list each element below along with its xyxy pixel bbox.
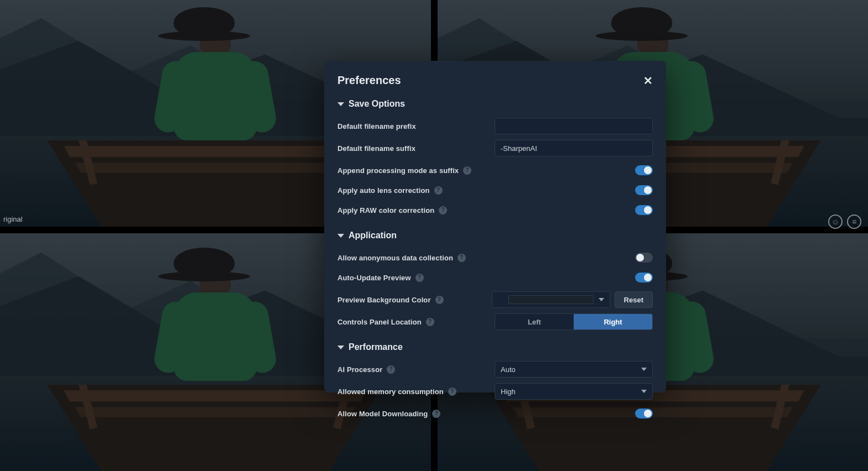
- section-title: Performance: [349, 342, 403, 352]
- chevron-down-icon: [599, 298, 604, 301]
- raw-correction-label: Apply RAW color correction: [337, 206, 434, 214]
- select-value: High: [501, 388, 516, 396]
- append-mode-label: Append processing mode as suffix: [337, 166, 459, 175]
- anon-data-label: Allow anonymous data collection: [337, 254, 453, 262]
- prefix-label: Default filename prefix: [337, 122, 416, 130]
- select-value: Auto: [501, 365, 516, 374]
- help-icon[interactable]: ?: [435, 296, 444, 304]
- panel-location-label: Controls Panel Location: [337, 318, 422, 326]
- panel-location-segment: Left Right: [495, 313, 653, 330]
- tile-label-original: riginal: [3, 215, 23, 223]
- bg-color-label: Preview Background Color: [337, 296, 431, 304]
- color-swatch: [508, 295, 594, 304]
- compare-icon[interactable]: ≡: [847, 214, 861, 229]
- face-icon[interactable]: ☺: [828, 214, 843, 229]
- raw-correction-toggle[interactable]: [635, 205, 653, 215]
- help-icon[interactable]: ?: [387, 365, 395, 374]
- help-icon[interactable]: ?: [439, 206, 447, 214]
- append-mode-toggle[interactable]: [635, 165, 653, 175]
- help-icon[interactable]: ?: [434, 186, 443, 195]
- bg-color-picker[interactable]: [492, 291, 610, 308]
- chevron-down-icon: [641, 390, 647, 393]
- chevron-down-icon: [337, 234, 344, 238]
- section-title: Application: [349, 231, 397, 240]
- help-icon[interactable]: ?: [463, 166, 471, 175]
- section-header-performance[interactable]: Performance: [337, 342, 653, 352]
- help-icon[interactable]: ?: [458, 254, 466, 262]
- chevron-down-icon: [337, 346, 344, 349]
- close-button[interactable]: ✕: [643, 75, 653, 86]
- dialog-title: Preferences: [337, 74, 401, 87]
- suffix-input[interactable]: [495, 140, 653, 156]
- lens-correction-toggle[interactable]: [635, 185, 653, 195]
- ai-processor-select[interactable]: Auto: [495, 361, 653, 378]
- chevron-down-icon: [337, 102, 344, 106]
- close-icon: ✕: [643, 75, 653, 87]
- memory-label: Allowed memory consumption: [337, 388, 444, 396]
- suffix-label: Default filename suffix: [337, 144, 415, 153]
- preferences-dialog: Preferences ✕ Save Options Default filen…: [324, 61, 666, 393]
- chevron-down-icon: [641, 368, 647, 371]
- auto-update-toggle[interactable]: [635, 273, 653, 282]
- ai-processor-label: AI Processor: [337, 365, 382, 374]
- section-title: Save Options: [349, 99, 405, 109]
- panel-left-button[interactable]: Left: [495, 314, 574, 329]
- panel-right-button[interactable]: Right: [574, 314, 652, 329]
- reset-button[interactable]: Reset: [615, 291, 653, 308]
- help-icon[interactable]: ?: [415, 274, 424, 282]
- section-header-application[interactable]: Application: [337, 231, 653, 240]
- lens-correction-label: Apply auto lens correction: [337, 186, 430, 195]
- auto-update-label: Auto-Update Preview: [337, 274, 411, 282]
- help-icon[interactable]: ?: [448, 388, 456, 396]
- preview-toolbar: ☺ ≡: [828, 214, 861, 229]
- anon-data-toggle[interactable]: [635, 253, 653, 263]
- model-download-label: Allow Model Downloading: [337, 410, 428, 418]
- help-icon[interactable]: ?: [426, 318, 434, 326]
- help-icon[interactable]: ?: [432, 410, 440, 418]
- prefix-input[interactable]: [495, 118, 653, 134]
- section-header-save-options[interactable]: Save Options: [337, 99, 653, 109]
- memory-select[interactable]: High: [495, 383, 653, 400]
- model-download-toggle[interactable]: [635, 409, 653, 418]
